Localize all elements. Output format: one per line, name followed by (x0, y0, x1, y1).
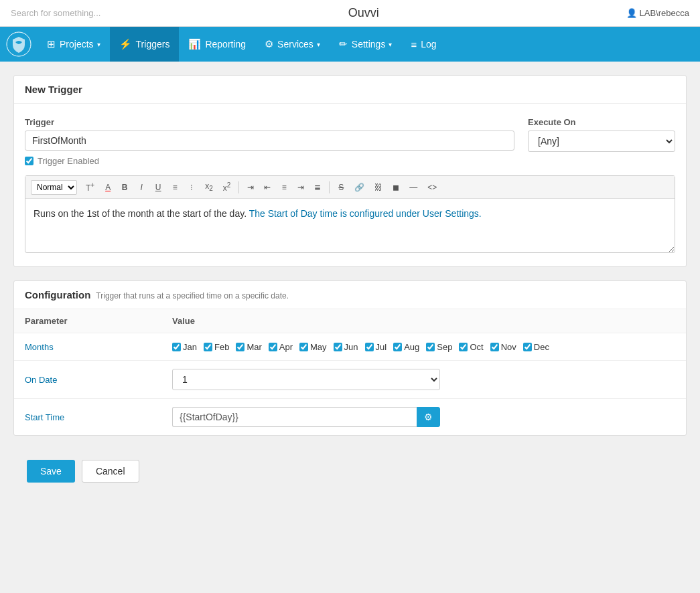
month-jul: Jul (365, 342, 387, 352)
execute-on-select[interactable]: [Any] (528, 131, 675, 152)
strikethrough-btn[interactable]: S (334, 181, 348, 194)
link-btn[interactable]: 🔗 (350, 181, 368, 194)
editor-toolbar: Normal T+ A B I U ≡ ⁝ x2 x2 ⇥ ⇤ ≡ ⇥ ≣ (25, 176, 675, 199)
month-feb-checkbox[interactable] (204, 343, 212, 351)
trigger-label: Trigger (25, 117, 514, 127)
subscript-btn[interactable]: x2 (201, 179, 217, 194)
triggers-icon: ⚡ (119, 38, 132, 50)
trigger-input[interactable] (25, 131, 514, 151)
trigger-enabled-label: Trigger Enabled (38, 156, 99, 166)
nav-item-projects[interactable]: ⊞ Projects ▾ (38, 27, 110, 62)
month-jul-checkbox[interactable] (365, 343, 374, 351)
source-btn[interactable]: <> (423, 181, 441, 194)
align-right-btn[interactable]: ⇥ (293, 181, 308, 194)
app-logo (5, 31, 32, 58)
month-aug-checkbox[interactable] (393, 343, 402, 351)
trigger-enabled-checkbox[interactable] (25, 157, 33, 165)
highlight-btn[interactable]: ◼ (389, 181, 403, 194)
trigger-field-group: Trigger Trigger Enabled (25, 117, 514, 166)
projects-arrow-icon: ▾ (97, 41, 100, 48)
indent-btn[interactable]: ⇥ (243, 181, 258, 194)
month-may-checkbox[interactable] (299, 343, 308, 351)
execute-on-group: Execute On [Any] (528, 117, 675, 166)
config-title: Configuration (25, 289, 90, 301)
param-col-header: Parameter (14, 309, 161, 333)
unordered-list-btn[interactable]: ⁝ (184, 181, 199, 194)
font-color-btn[interactable]: A (100, 181, 115, 194)
config-subtitle: Trigger that runs at a specified time on… (96, 291, 289, 301)
month-mar-checkbox[interactable] (236, 343, 244, 351)
align-center-btn[interactable]: ≡ (277, 181, 291, 194)
align-justify-btn[interactable]: ≣ (310, 181, 325, 194)
month-jan: Jan (172, 342, 197, 352)
on-date-param-label: On Date (25, 375, 57, 385)
log-icon: ≡ (411, 39, 417, 50)
month-mar: Mar (236, 342, 261, 352)
page-content: New Trigger Trigger Trigger Enabled Exec… (0, 62, 700, 507)
toolbar-separator-1 (238, 181, 239, 193)
month-apr-checkbox[interactable] (269, 343, 277, 351)
months-param-label: Months (25, 342, 54, 352)
footer-buttons: Save Cancel (13, 449, 687, 493)
ordered-list-btn[interactable]: ≡ (167, 181, 182, 194)
services-arrow-icon: ▾ (317, 41, 320, 48)
save-button[interactable]: Save (27, 460, 75, 483)
editor-content[interactable]: Runs on the 1st of the month at the star… (25, 199, 675, 252)
month-feb: Feb (204, 342, 229, 352)
start-time-param-label: Start Time (25, 412, 64, 422)
config-header: Configuration Trigger that runs at a spe… (14, 281, 686, 309)
nav-item-settings[interactable]: ✏ Settings ▾ (330, 27, 402, 62)
month-sep: Sep (426, 342, 452, 352)
search-input[interactable]: Search for something... (11, 8, 100, 18)
underline-btn[interactable]: U (151, 181, 165, 194)
value-col-header: Value (161, 309, 686, 333)
month-sep-checkbox[interactable] (426, 343, 435, 351)
start-time-input[interactable] (172, 407, 417, 427)
month-checkboxes-group: Jan Feb Mar Apr May Jun Jul Aug Sep Oct … (172, 342, 675, 352)
month-nov: Nov (490, 342, 516, 352)
new-trigger-card: New Trigger Trigger Trigger Enabled Exec… (13, 75, 687, 267)
nav-item-triggers[interactable]: ⚡ Triggers (110, 27, 180, 62)
trigger-form-row: Trigger Trigger Enabled Execute On [Any] (25, 117, 675, 166)
hr-btn[interactable]: — (405, 181, 421, 194)
top-bar: Search for something... Ouvvi LAB\rebecc… (0, 0, 700, 27)
month-jun-checkbox[interactable] (334, 343, 342, 351)
superscript-btn[interactable]: x2 (219, 179, 235, 195)
on-date-row: On Date 1 (14, 361, 686, 399)
projects-icon: ⊞ (47, 38, 56, 50)
month-oct-checkbox[interactable] (459, 343, 468, 351)
month-jan-checkbox[interactable] (172, 343, 181, 351)
config-table: Parameter Value Months Jan Feb Mar Apr M… (14, 309, 686, 435)
nav-item-reporting[interactable]: 📊 Reporting (179, 27, 255, 62)
align-left-btn[interactable]: ⇤ (260, 181, 275, 194)
nav-item-services[interactable]: ⚙ Services ▾ (255, 27, 330, 62)
start-time-row: Start Time ⚙ (14, 399, 686, 436)
font-size-btn[interactable]: T+ (82, 179, 98, 195)
configuration-card: Configuration Trigger that runs at a spe… (13, 280, 687, 436)
month-dec-checkbox[interactable] (523, 343, 532, 351)
italic-btn[interactable]: I (134, 181, 149, 194)
month-nov-checkbox[interactable] (490, 343, 499, 351)
months-row: Months Jan Feb Mar Apr May Jun Jul Aug S… (14, 333, 686, 361)
start-time-gear-button[interactable]: ⚙ (417, 407, 440, 427)
settings-arrow-icon: ▾ (389, 41, 392, 48)
on-date-select[interactable]: 1 (172, 369, 440, 390)
description-editor: Normal T+ A B I U ≡ ⁝ x2 x2 ⇥ ⇤ ≡ ⇥ ≣ (25, 175, 675, 253)
user-info: LAB\rebecca (626, 8, 689, 18)
services-icon: ⚙ (265, 38, 273, 50)
reporting-icon: 📊 (188, 38, 201, 50)
cancel-button[interactable]: Cancel (82, 460, 139, 483)
unlink-btn[interactable]: ⛓ (370, 181, 387, 194)
month-oct: Oct (459, 342, 483, 352)
settings-icon: ✏ (339, 38, 348, 50)
nav-item-log[interactable]: ≡ Log (401, 27, 445, 62)
bold-btn[interactable]: B (117, 181, 132, 194)
month-apr: Apr (269, 342, 293, 352)
month-aug: Aug (393, 342, 419, 352)
nav-bar: ⊞ Projects ▾ ⚡ Triggers 📊 Reporting ⚙ Se… (0, 27, 700, 62)
new-trigger-header: New Trigger (14, 76, 686, 104)
trigger-enabled-row: Trigger Enabled (25, 156, 514, 166)
app-title: Ouvvi (348, 6, 379, 20)
month-may: May (299, 342, 327, 352)
format-select[interactable]: Normal (31, 180, 77, 195)
